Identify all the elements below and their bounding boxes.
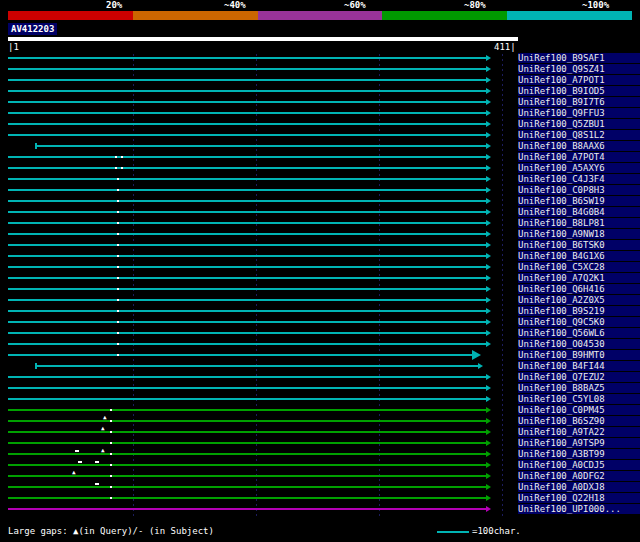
alignment-arrowhead — [486, 462, 491, 468]
hit-label[interactable]: UniRef100_A0DXJ8 — [518, 482, 640, 492]
hit-label[interactable]: UniRef100_C0PM45 — [518, 405, 640, 415]
alignment-bar[interactable] — [8, 57, 486, 59]
alignment-bar[interactable] — [8, 167, 486, 169]
alignment-bar[interactable] — [8, 354, 472, 356]
alignment-bar[interactable] — [8, 453, 486, 455]
hit-label[interactable]: UniRef100_Q22H18 — [518, 493, 640, 503]
alignment-bar[interactable] — [8, 200, 486, 202]
gap-dot-marker — [117, 277, 119, 279]
alignment-arrowhead — [486, 209, 491, 215]
hit-label[interactable]: UniRef100_Q6H416 — [518, 284, 640, 294]
alignment-bar[interactable] — [8, 442, 486, 444]
alignment-arrowhead — [486, 143, 491, 149]
hit-label[interactable]: UniRef100_Q7EZU2 — [518, 372, 640, 382]
alignment-arrowhead — [486, 275, 491, 281]
hit-label[interactable]: UniRef100_A0CDJ5 — [518, 460, 640, 470]
alignment-bar[interactable] — [8, 321, 486, 323]
hit-label[interactable]: UniRef100_Q5ZBU1 — [518, 119, 640, 129]
hit-label[interactable]: UniRef100_B9S219 — [518, 306, 640, 316]
alignment-bar[interactable] — [8, 486, 486, 488]
alignment-bar[interactable] — [8, 244, 486, 246]
blast-overview: 20% ~40% ~60% ~80% ~100% AV412203 |1 411… — [0, 0, 640, 542]
alignment-bar[interactable] — [8, 398, 486, 400]
hit-label[interactable]: UniRef100_O04530 — [518, 339, 640, 349]
alignment-bar[interactable] — [36, 145, 486, 147]
hit-label[interactable]: UniRef100_B6SW19 — [518, 196, 640, 206]
alignment-bar[interactable] — [8, 178, 486, 180]
alignment-bar[interactable] — [8, 376, 486, 378]
alignment-bar[interactable] — [8, 222, 486, 224]
hit-label[interactable]: UniRef100_A5AXY6 — [518, 163, 640, 173]
alignment-bar[interactable] — [8, 310, 486, 312]
alignment-bar[interactable] — [8, 431, 486, 433]
alignment-bar[interactable] — [8, 332, 486, 334]
hit-label[interactable]: UniRef100_B9HMT0 — [518, 350, 640, 360]
hit-label[interactable]: UniRef100_A0DFG2 — [518, 471, 640, 481]
alignment-bar[interactable] — [8, 409, 486, 411]
hit-label[interactable]: UniRef100_UPI000... — [518, 504, 640, 514]
hit-label[interactable]: UniRef100_B8BAZ5 — [518, 383, 640, 393]
hit-label[interactable]: UniRef100_B4G1X6 — [518, 251, 640, 261]
hit-label[interactable]: UniRef100_B6SZ90 — [518, 416, 640, 426]
alignment-bar[interactable] — [8, 343, 486, 345]
hit-label[interactable]: UniRef100_B8AAX6 — [518, 141, 640, 151]
alignment-bar[interactable] — [8, 497, 486, 499]
alignment-bar[interactable] — [8, 508, 486, 510]
alignment-bar[interactable] — [8, 101, 486, 103]
alignment-bar[interactable] — [8, 464, 486, 466]
hit-label[interactable]: UniRef100_A9TSP9 — [518, 438, 640, 448]
hit-label[interactable]: UniRef100_C0P8H3 — [518, 185, 640, 195]
hit-label[interactable]: UniRef100_C5XC28 — [518, 262, 640, 272]
alignment-bar[interactable] — [36, 365, 478, 367]
alignment-bar[interactable] — [8, 475, 486, 477]
hit-label[interactable]: UniRef100_A2Z0X5 — [518, 295, 640, 305]
alignment-bar[interactable] — [8, 134, 486, 136]
alignment-arrowhead — [486, 341, 491, 347]
hit-label[interactable]: UniRef100_Q8S1L2 — [518, 130, 640, 140]
alignment-arrowhead — [486, 198, 491, 204]
alignment-bar[interactable] — [8, 79, 486, 81]
alignment-bar[interactable] — [8, 277, 486, 279]
hit-label[interactable]: UniRef100_B4FI44 — [518, 361, 640, 371]
hit-label[interactable]: UniRef100_Q9C5K0 — [518, 317, 640, 327]
alignment-arrowhead — [486, 286, 491, 292]
hit-label[interactable]: UniRef100_B9I7T6 — [518, 97, 640, 107]
alignment-bar[interactable] — [8, 299, 486, 301]
hit-label[interactable]: UniRef100_A7Q2K1 — [518, 273, 640, 283]
hit-label[interactable]: UniRef100_B4G0B4 — [518, 207, 640, 217]
alignment-bar[interactable] — [8, 387, 486, 389]
gap-dot-marker — [110, 464, 112, 466]
alignment-bar[interactable] — [8, 420, 486, 422]
hit-label[interactable]: UniRef100_A9NW18 — [518, 229, 640, 239]
alignment-bar[interactable] — [8, 156, 486, 158]
hit-label[interactable]: UniRef100_C4J3F4 — [518, 174, 640, 184]
hit-label[interactable]: UniRef100_Q9FFU3 — [518, 108, 640, 118]
alignment-bar[interactable] — [8, 189, 486, 191]
hit-label[interactable]: UniRef100_B6TSK0 — [518, 240, 640, 250]
hit-label[interactable]: UniRef100_Q9SZ41 — [518, 64, 640, 74]
query-name: AV412203 — [8, 23, 57, 35]
alignment-bar[interactable] — [8, 266, 486, 268]
alignment-bar[interactable] — [8, 123, 486, 125]
similarity-colorbar — [8, 11, 632, 20]
hit-label[interactable]: UniRef100_C5YL08 — [518, 394, 640, 404]
hit-label[interactable]: UniRef100_A7POT4 — [518, 152, 640, 162]
gap-dash-marker — [95, 483, 99, 485]
hit-label[interactable]: UniRef100_Q56WL6 — [518, 328, 640, 338]
hit-label[interactable]: UniRef100_B9IOD5 — [518, 86, 640, 96]
alignment-bar[interactable] — [8, 90, 486, 92]
hit-label[interactable]: UniRef100_B8LP81 — [518, 218, 640, 228]
hit-label[interactable]: UniRef100_A7POT1 — [518, 75, 640, 85]
alignment-bar[interactable] — [8, 233, 486, 235]
alignment-bar[interactable] — [8, 255, 486, 257]
alignment-start-tick — [35, 363, 37, 369]
hit-label[interactable]: UniRef100_B9SAF1 — [518, 53, 640, 63]
gap-dot-marker — [110, 453, 112, 455]
alignment-bar[interactable] — [8, 112, 486, 114]
hit-label[interactable]: UniRef100_A9TA22 — [518, 427, 640, 437]
gap-triangle-marker: ▲ — [101, 447, 105, 453]
alignment-bar[interactable] — [8, 288, 486, 290]
hit-label[interactable]: UniRef100_A3BT99 — [518, 449, 640, 459]
alignment-bar[interactable] — [8, 211, 486, 213]
alignment-bar[interactable] — [8, 68, 486, 70]
